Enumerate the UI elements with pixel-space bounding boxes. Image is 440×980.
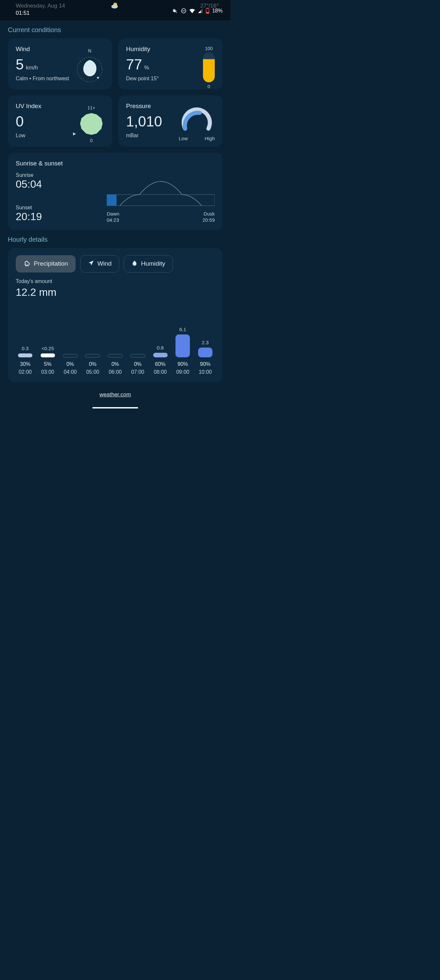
- bar-time: 07:00: [131, 369, 145, 375]
- mute-icon: [172, 8, 178, 14]
- section-current-title: Current conditions: [0, 20, 230, 38]
- svg-point-8: [97, 77, 99, 79]
- humidity-value: 77: [126, 57, 142, 72]
- bar-percent: 0%: [89, 361, 97, 367]
- uv-card[interactable]: UV Index 0 Low 11+ ▶ 0: [8, 95, 112, 146]
- bar-percent: 0%: [67, 361, 74, 367]
- wind-unit: km/h: [26, 65, 38, 71]
- svg-rect-11: [107, 194, 215, 206]
- bar-time: 09:00: [176, 369, 189, 375]
- bar-percent: 0%: [111, 361, 119, 367]
- bar-percent: 5%: [44, 361, 51, 367]
- status-bar: Wednesday, Aug 14 01:51 27°/16° 18%: [0, 0, 230, 20]
- chip-precipitation[interactable]: Precipitation: [16, 255, 76, 272]
- pressure-gauge-icon: Low High: [179, 107, 215, 141]
- sunrise-time: 05:04: [16, 178, 42, 190]
- status-time: 01:51: [16, 10, 65, 16]
- humidity-title: Humidity: [126, 46, 215, 53]
- bar-shape: [130, 354, 145, 357]
- pressure-value: 1,010: [126, 114, 162, 129]
- wind-value: 5: [16, 57, 24, 72]
- chip-humidity[interactable]: Humidity: [124, 255, 173, 272]
- sun-card[interactable]: Sunrise & sunset Sunrise 05:04 Sunset 20…: [8, 153, 222, 230]
- precip-amount-label: Today's amount: [16, 278, 215, 284]
- humidity-card[interactable]: Humidity 77 % Dew point 15° 100 ▶ 0: [118, 38, 222, 89]
- uv-gauge-icon: 11+ ▶ 0: [78, 105, 105, 143]
- wifi-icon: [189, 8, 195, 13]
- weather-icon: [111, 2, 120, 11]
- bar-item: 0.8: [151, 345, 170, 357]
- bar-time: 10:00: [199, 369, 212, 375]
- bar-time: 05:00: [86, 369, 99, 375]
- wind-compass-icon: N: [75, 48, 105, 86]
- bar-percent: 30%: [20, 361, 30, 367]
- bar-item: [106, 346, 125, 357]
- bar-percent: 90%: [200, 361, 211, 367]
- dusk-label: Dusk: [203, 211, 215, 216]
- bar-item: <0.25: [38, 345, 57, 357]
- sun-title: Sunrise & sunset: [16, 160, 215, 167]
- bar-time: 06:00: [109, 369, 122, 375]
- bar-percent: 0%: [134, 361, 141, 367]
- svg-point-1: [111, 5, 118, 8]
- bar-shape: [175, 334, 190, 357]
- precip-bars: 0.3<0.250.86.12.3: [16, 321, 215, 357]
- bar-shape: [63, 354, 78, 357]
- bar-shape: [41, 353, 55, 357]
- svg-rect-12: [107, 194, 116, 206]
- bar-value-label: 6.1: [179, 326, 186, 332]
- precip-amount-value: 12.2 mm: [16, 286, 215, 298]
- bar-time: 03:00: [41, 369, 54, 375]
- uv-value: 0: [16, 114, 24, 129]
- sunset-time: 20:19: [16, 211, 42, 223]
- pressure-card[interactable]: Pressure 1,010 mBar Low High: [118, 95, 222, 146]
- bar-value-label: 0.3: [22, 345, 29, 352]
- bar-value-label: 2.3: [202, 340, 209, 345]
- bar-item: [61, 346, 80, 357]
- wind-arrow-icon: [88, 260, 94, 268]
- chip-precip-label: Precipitation: [34, 260, 68, 267]
- nav-handle[interactable]: [92, 407, 138, 409]
- precip-icon: [23, 259, 30, 268]
- bar-percent: 60%: [155, 361, 165, 367]
- wind-card[interactable]: Wind 5 km/h Calm • From northwest N: [8, 38, 112, 89]
- humidity-unit: %: [144, 65, 149, 71]
- drop-icon: [131, 260, 138, 268]
- bar-time: 02:00: [19, 369, 32, 375]
- dawn-time: 04:23: [107, 217, 119, 223]
- bar-time: 04:00: [64, 369, 76, 375]
- hourly-card: Precipitation Wind Humidity Today's amou…: [8, 248, 222, 382]
- bar-shape: [198, 347, 213, 357]
- bar-value-label: <0.25: [41, 345, 54, 352]
- dawn-label: Dawn: [107, 211, 119, 216]
- bar-shape: [85, 354, 100, 357]
- bar-value-label: 0.8: [157, 345, 164, 351]
- bar-item: [83, 346, 102, 357]
- chip-wind-label: Wind: [98, 260, 112, 267]
- svg-marker-9: [80, 113, 103, 135]
- chip-wind[interactable]: Wind: [80, 255, 119, 272]
- bar-time: 08:00: [154, 369, 167, 375]
- dnd-icon: [181, 8, 187, 14]
- status-temp: 27°/16°: [200, 3, 219, 9]
- bar-item: 6.1: [173, 326, 192, 357]
- bar-percent: 90%: [178, 361, 188, 367]
- bar-item: [128, 346, 147, 357]
- humidity-dew: Dew point 15°: [126, 75, 215, 82]
- source-link[interactable]: weather.com: [100, 391, 131, 398]
- chip-humidity-label: Humidity: [141, 260, 165, 267]
- bar-item: 2.3: [196, 340, 215, 357]
- section-hourly-title: Hourly details: [0, 230, 230, 248]
- dusk-time: 20:59: [202, 217, 215, 223]
- bar-shape: [18, 353, 32, 357]
- status-date: Wednesday, Aug 14: [16, 3, 65, 9]
- sunset-label: Sunset: [16, 205, 42, 211]
- sunrise-label: Sunrise: [16, 172, 42, 178]
- humidity-gauge-icon: 100 ▶ 0: [203, 46, 215, 89]
- bar-shape: [153, 353, 168, 357]
- bar-shape: [108, 354, 123, 357]
- sun-arc-icon: Dawn Dusk 04:23 20:59: [107, 172, 215, 223]
- bar-item: 0.3: [16, 345, 35, 357]
- svg-rect-6: [206, 13, 208, 13]
